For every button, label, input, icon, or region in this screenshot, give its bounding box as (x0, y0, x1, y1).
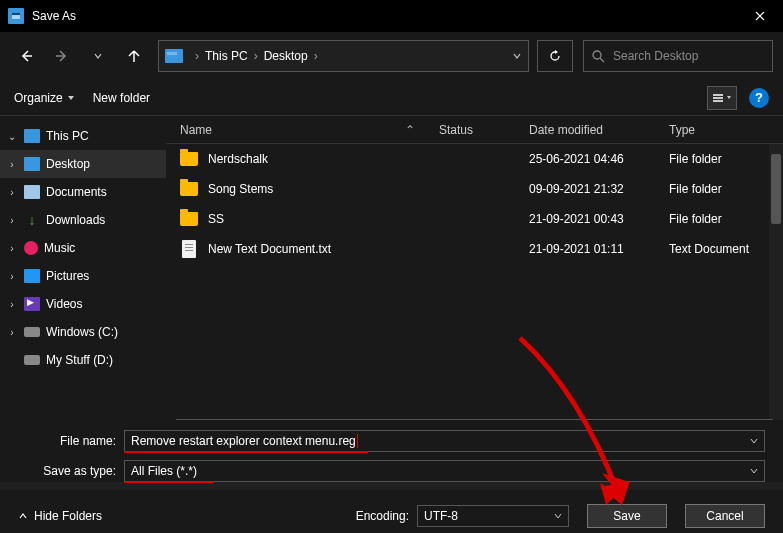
save-button[interactable]: Save (587, 504, 667, 528)
svg-rect-4 (713, 97, 723, 99)
file-row[interactable]: SS21-09-2021 00:43File folder (166, 204, 783, 234)
file-row[interactable]: Nerdschalk25-06-2021 04:46File folder (166, 144, 783, 174)
column-name[interactable]: Name⌃ (166, 123, 439, 137)
hide-folders-button[interactable]: Hide Folders (18, 509, 102, 523)
chevron-right-icon[interactable]: › (6, 187, 18, 198)
svg-point-2 (593, 51, 601, 59)
scrollbar-thumb[interactable] (771, 154, 781, 224)
chevron-down-icon[interactable] (750, 437, 758, 445)
sidebar: ⌄ This PC › Desktop › Documents › ↓ Down… (0, 116, 166, 420)
svg-rect-1 (12, 13, 20, 15)
tree-item-drive-d[interactable]: › My Stuff (D:) (0, 346, 166, 374)
search-input[interactable]: Search Desktop (583, 40, 773, 72)
window-title: Save As (32, 9, 737, 23)
file-type: Text Document (669, 242, 783, 256)
sort-indicator-icon: ⌃ (405, 123, 415, 137)
file-name: Nerdschalk (208, 152, 439, 166)
tree-item-drive-c[interactable]: › Windows (C:) (0, 318, 166, 346)
close-button[interactable] (737, 0, 783, 32)
recent-locations-button[interactable] (82, 40, 114, 72)
saveastype-label: Save as type: (18, 464, 124, 478)
column-date[interactable]: Date modified (529, 123, 669, 137)
app-icon (8, 8, 24, 24)
search-icon (592, 50, 605, 63)
tree-item-videos[interactable]: › Videos (0, 290, 166, 318)
search-placeholder: Search Desktop (613, 49, 698, 63)
file-date: 09-09-2021 21:32 (529, 182, 669, 196)
nav-bar: › This PC › Desktop › Search Desktop (0, 32, 783, 80)
toolbar: Organize New folder ? (0, 80, 783, 116)
scrollbar-track[interactable] (769, 144, 783, 420)
chevron-right-icon: › (314, 49, 318, 63)
tree-item-documents[interactable]: › Documents (0, 178, 166, 206)
desktop-icon (24, 157, 40, 171)
folder-icon (180, 212, 198, 226)
chevron-right-icon[interactable]: › (6, 243, 18, 254)
file-row[interactable]: Song Stems09-09-2021 21:32File folder (166, 174, 783, 204)
refresh-button[interactable] (537, 40, 573, 72)
file-date: 21-09-2021 01:11 (529, 242, 669, 256)
column-status[interactable]: Status (439, 123, 529, 137)
breadcrumb-root[interactable]: This PC (205, 49, 248, 63)
videos-icon (24, 297, 40, 311)
breadcrumb-folder[interactable]: Desktop (264, 49, 308, 63)
new-folder-button[interactable]: New folder (93, 91, 150, 105)
annotation-underline (124, 481, 214, 483)
file-row[interactable]: New Text Document.txt21-09-2021 01:11Tex… (166, 234, 783, 264)
drive-icon (24, 355, 40, 365)
chevron-down-icon[interactable] (554, 512, 562, 520)
saveastype-select[interactable]: All Files (*.*) (124, 460, 765, 482)
file-date: 21-09-2021 00:43 (529, 212, 669, 226)
tree-item-desktop[interactable]: › Desktop (0, 150, 166, 178)
documents-icon (24, 185, 40, 199)
chevron-up-icon (18, 511, 28, 521)
file-icon (182, 240, 196, 258)
chevron-right-icon[interactable]: › (6, 299, 18, 310)
file-name: New Text Document.txt (208, 242, 439, 256)
file-type: File folder (669, 212, 783, 226)
bottom-row: Hide Folders Encoding: UTF-8 Save Cancel (0, 490, 783, 533)
filename-input[interactable]: Remove restart explorer context menu.reg (124, 430, 765, 452)
tree-item-music[interactable]: › Music (0, 234, 166, 262)
footer: File name: Remove restart explorer conte… (0, 420, 783, 482)
help-button[interactable]: ? (749, 88, 769, 108)
chevron-down-icon[interactable] (750, 467, 758, 475)
folder-icon (180, 152, 198, 166)
downloads-icon: ↓ (24, 213, 40, 227)
tree-item-downloads[interactable]: › ↓ Downloads (0, 206, 166, 234)
chevron-right-icon[interactable]: › (6, 215, 18, 226)
file-date: 25-06-2021 04:46 (529, 152, 669, 166)
chevron-right-icon: › (195, 49, 199, 63)
view-options-button[interactable] (707, 86, 737, 110)
location-icon (165, 49, 183, 63)
pc-icon (24, 129, 40, 143)
file-type: File folder (669, 182, 783, 196)
address-bar[interactable]: › This PC › Desktop › (158, 40, 529, 72)
svg-rect-3 (713, 94, 723, 96)
chevron-right-icon[interactable]: › (6, 159, 18, 170)
file-name: SS (208, 212, 439, 226)
chevron-right-icon[interactable]: › (6, 271, 18, 282)
tree-item-pictures[interactable]: › Pictures (0, 262, 166, 290)
chevron-down-icon[interactable]: ⌄ (6, 131, 18, 142)
up-button[interactable] (118, 40, 150, 72)
chevron-right-icon[interactable]: › (6, 327, 18, 338)
column-type[interactable]: Type (669, 123, 783, 137)
text-cursor (357, 434, 358, 448)
encoding-label: Encoding: (356, 509, 409, 523)
encoding-select[interactable]: UTF-8 (417, 505, 569, 527)
cancel-button[interactable]: Cancel (685, 504, 765, 528)
organize-button[interactable]: Organize (14, 91, 75, 105)
address-dropdown-icon[interactable] (512, 51, 522, 61)
tree-item-this-pc[interactable]: ⌄ This PC (0, 122, 166, 150)
music-icon (24, 241, 38, 255)
annotation-underline (124, 451, 368, 453)
forward-button[interactable] (46, 40, 78, 72)
svg-rect-5 (713, 100, 723, 102)
back-button[interactable] (10, 40, 42, 72)
file-list: Name⌃ Status Date modified Type Nerdscha… (166, 116, 783, 420)
folder-icon (180, 182, 198, 196)
filename-label: File name: (18, 434, 124, 448)
chevron-right-icon: › (254, 49, 258, 63)
drive-icon (24, 327, 40, 337)
